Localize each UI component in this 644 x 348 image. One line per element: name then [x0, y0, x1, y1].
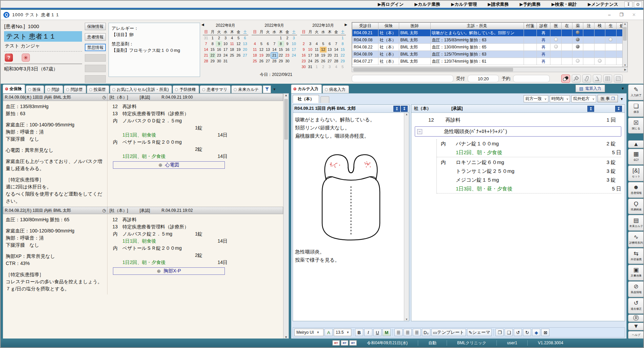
calendar-day[interactable]: 8	[278, 41, 284, 47]
search-sidebar-button[interactable]: Ϙ簡易検索	[628, 199, 644, 214]
calendar-day[interactable]: 24	[291, 53, 297, 58]
calendar-day[interactable]: 27	[265, 58, 271, 64]
calendar-day[interactable]	[291, 58, 297, 64]
note-vertical-scrollbar[interactable]: ▲▼	[404, 113, 409, 321]
calendar-day[interactable]: 11	[252, 47, 258, 53]
calendar-day[interactable]: 8	[339, 41, 346, 47]
marker-button[interactable]: M	[383, 329, 391, 336]
menu-item-請求業務[interactable]: ▶請求業務	[483, 1, 513, 8]
calendar-day[interactable]: 4	[313, 41, 320, 47]
visit-row[interactable]: R04.09.08社（本）BML 太郎血圧：135/83mmHg 脈拍：63再	[352, 37, 627, 44]
calendar-day[interactable]	[271, 35, 277, 41]
calendar-day[interactable]: 22	[209, 53, 216, 58]
visit-col-header[interactable]: 医	[550, 23, 561, 29]
calendar-day[interactable]: 11	[229, 41, 235, 47]
calendar-day[interactable]: 5	[258, 41, 265, 47]
calendar-day[interactable]: 7	[203, 41, 209, 47]
time-mode-select[interactable]: 時間内∨	[550, 95, 570, 102]
calendar-day[interactable]	[252, 35, 258, 41]
visit-col-header[interactable]: 注	[583, 23, 594, 29]
maximize-button[interactable]: ❐	[619, 12, 623, 17]
eraser-button[interactable]: ◆	[532, 329, 540, 336]
calendar-day[interactable]: 14	[203, 47, 209, 53]
calendar-day[interactable]: 15	[278, 47, 284, 53]
calendar-day[interactable]: 6	[242, 35, 248, 41]
visit-col-header[interactable]: 保険	[378, 23, 399, 29]
visit-col-header[interactable]: 在	[561, 23, 572, 29]
calendar-day[interactable]: 3	[307, 41, 313, 47]
align-left-button[interactable]: ☰	[394, 329, 403, 336]
calendar-day[interactable]: 13	[265, 47, 271, 53]
info-button-保険情報[interactable]: 保険情報	[85, 23, 106, 30]
reception-memo-field[interactable]	[352, 75, 453, 82]
calendar-day[interactable]: 12	[258, 47, 265, 53]
calendar-day[interactable]: 8	[209, 41, 216, 47]
calendar-day[interactable]: 21	[333, 53, 339, 58]
calendar-day[interactable]: 17	[291, 47, 297, 53]
calendar-day[interactable]	[307, 35, 313, 41]
throat-schema-image[interactable]	[309, 144, 393, 246]
calendar-day[interactable]: 25	[252, 58, 258, 64]
delete-button[interactable]: ⊠	[541, 329, 549, 336]
calendar-day[interactable]: 1	[313, 64, 320, 70]
karte-tab-dropdown-icon[interactable]: ▼	[621, 86, 625, 90]
calendar-day[interactable]: 23	[300, 58, 307, 64]
tab-病名入力[interactable]: 病名入力	[323, 85, 349, 93]
iji-button[interactable]: 医 事❐	[598, 95, 618, 102]
visit-row[interactable]: R04.07.27社（本）BML 太郎血圧：120/74mmHg 脈拍：61再	[352, 58, 627, 65]
menu-item-カルテ業務[interactable]: ▶カルテ業務	[410, 1, 445, 8]
calendar-day[interactable]: 14	[333, 47, 339, 53]
calendar-day[interactable]: 17	[307, 53, 313, 58]
font-size-select[interactable]: 13.5▼	[334, 329, 351, 336]
jump-bottom-icon[interactable]: ↧	[401, 106, 408, 112]
calendar-day[interactable]: 24	[307, 58, 313, 64]
collapse-minus-icon[interactable]: −	[417, 129, 422, 134]
calendar-day[interactable]: 10	[291, 41, 297, 47]
menu-item-再ログイン[interactable]: ▶再ログイン	[373, 1, 408, 8]
calendar-day[interactable]: 17	[222, 47, 229, 53]
person-sidebar-button[interactable]: ☻患者情報	[628, 182, 644, 198]
calendar-day[interactable]: 9	[300, 47, 307, 53]
calendar-day[interactable]: 16	[284, 47, 291, 53]
visit-col-header[interactable]: 付箋	[524, 23, 536, 29]
font-color-button[interactable]: A	[325, 329, 333, 336]
scroll-down-sidebar-button[interactable]: ▼	[628, 323, 644, 330]
calendar-day[interactable]: 25	[313, 58, 320, 64]
calendar-day[interactable]: 29	[278, 58, 284, 64]
rx-med-row[interactable]: 内ロキソニン錠６０mg3 錠	[437, 158, 621, 167]
calendar-day[interactable]: 7	[333, 41, 339, 47]
infection-icon[interactable]: ✳	[22, 54, 30, 62]
save-sidebar-button[interactable]: ❏保存	[628, 101, 644, 117]
tray-icon[interactable]: ↧	[624, 1, 632, 7]
history-vertical-scrollbar[interactable]: ▲▼	[283, 94, 289, 339]
calendar-day[interactable]: 6	[327, 41, 333, 47]
calendar-day[interactable]: 27	[327, 58, 333, 64]
visit-col-header[interactable]: 受診日	[352, 23, 378, 29]
calendar-day[interactable]: 20	[265, 53, 271, 58]
calendar-day[interactable]: 16	[300, 53, 307, 58]
match-mode-select[interactable]: 前方一致∨	[524, 95, 548, 102]
calendar-day[interactable]: 12	[320, 47, 326, 53]
tab-予防接種[interactable]: 予防接種	[173, 85, 199, 93]
calendar-day[interactable]: 10	[222, 41, 229, 47]
external-link-sidebar-button[interactable]: ⇆外部連携	[628, 248, 644, 264]
tab-医保[interactable]: 医保	[26, 85, 44, 93]
visit-table-horizontal-scrollbar[interactable]: ◀▶	[352, 67, 628, 72]
calendar-day[interactable]	[300, 35, 307, 41]
record-soap-text[interactable]: 血圧：135/83mmHg脈拍：63家庭血圧：100-140/90-95mmHg…	[3, 101, 108, 207]
future-karte-sidebar-button[interactable]: ▤未来カルテ	[628, 215, 644, 231]
calendar-day[interactable]	[229, 58, 235, 64]
calendar-day[interactable]: 21	[203, 53, 209, 58]
align-center-button[interactable]: ☰	[404, 329, 412, 336]
calendar-day[interactable]: 13	[327, 47, 333, 53]
visit-col-header[interactable]: 薬	[572, 23, 583, 29]
close-button[interactable]: ✕	[632, 12, 636, 17]
schema-button[interactable]: ✎シェーマ	[467, 329, 492, 336]
calendar-day[interactable]: 18	[252, 53, 258, 58]
calendar-day[interactable]: 11	[313, 47, 320, 53]
calendar-day[interactable]: 22	[339, 53, 346, 58]
calendar-day[interactable]: 2	[300, 41, 307, 47]
align-right-button[interactable]: ☰	[413, 329, 421, 336]
calendar-day[interactable]: 29	[209, 58, 216, 64]
calendar-day[interactable]	[320, 35, 326, 41]
